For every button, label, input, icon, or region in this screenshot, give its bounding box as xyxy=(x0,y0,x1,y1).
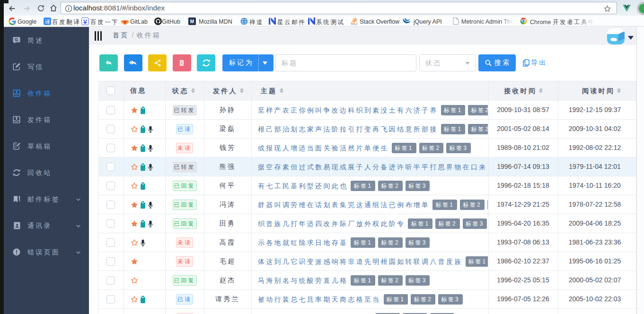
svg-text:M: M xyxy=(190,19,194,24)
svg-text:译: 译 xyxy=(45,19,50,25)
